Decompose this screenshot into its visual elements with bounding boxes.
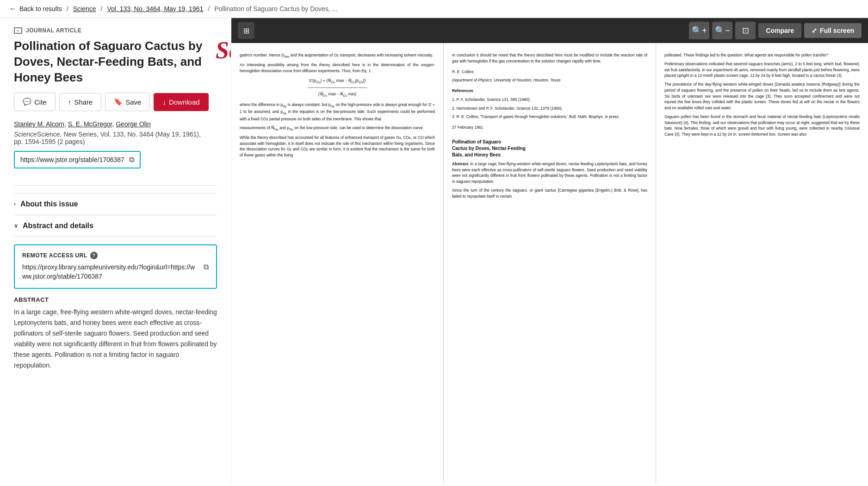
doc-para-5: While the theory described has accounted… bbox=[240, 135, 435, 158]
remote-access-label: REMOTE ACCESS URL ? bbox=[22, 252, 209, 259]
citation-details: Science, New Series, Vol. 133, No. 3464 … bbox=[14, 131, 201, 145]
action-buttons-row: 💬 Cite ↑ Share 🔖 Save ↓ bbox=[14, 93, 209, 111]
citation-info: ScienceScience, New Series, Vol. 133, No… bbox=[14, 131, 209, 145]
zoom-in-icon: 🔍+ bbox=[692, 25, 707, 36]
copy-url-icon[interactable]: ⧉ bbox=[129, 156, 134, 164]
left-panel: ≡ JOURNAL ARTICLE Pollination of Saguaro… bbox=[0, 18, 231, 483]
doc-col2-abstract: Abstract. In a large cage, free-flying w… bbox=[452, 161, 647, 185]
abstract-section: ABSTRACT In a large cage, free-flying we… bbox=[14, 296, 217, 371]
document-content: gadro's number. Hence DHm and the augmen… bbox=[231, 43, 868, 483]
doc-col2-author: R. E. Collins bbox=[452, 69, 647, 75]
url-box: https://www.jstor.org/stable/1706387 ⧉ bbox=[14, 151, 141, 168]
document-viewer: ⊞ 🔍+ 🔍− ⊡ Compare ⤢ Full screen bbox=[231, 18, 868, 483]
download-label: Download bbox=[169, 98, 200, 106]
breadcrumb-volume[interactable]: Vol. 133, No. 3464, May 19, 1961 bbox=[107, 5, 203, 12]
title-meta-section: Pollination of Saguaro Cactus by Doves, … bbox=[14, 38, 209, 178]
share-button[interactable]: ↑ Share bbox=[59, 93, 102, 111]
article-title: Pollination of Saguaro Cactus by Doves, … bbox=[14, 38, 209, 85]
doc-col3-para-1: pollinated. These findings led to the qu… bbox=[664, 52, 860, 58]
chevron-right-icon: › bbox=[14, 201, 16, 207]
document-column-2: In conclusion it should be noted that th… bbox=[444, 43, 656, 483]
doc-col2-ref-3: 3. R. E. Collins, 'Transport of gases th… bbox=[452, 114, 647, 120]
doc-para-2: An interesting possibility arising from … bbox=[240, 62, 435, 74]
zoom-out-button[interactable]: 🔍− bbox=[712, 22, 732, 39]
doc-para-4: measurements of ṄO₂ and pO₂ on the low-p… bbox=[240, 125, 435, 132]
fullscreen-icon: ⤢ bbox=[812, 27, 817, 34]
share-icon: ↑ bbox=[68, 98, 72, 106]
breadcrumb-science[interactable]: Science bbox=[73, 5, 96, 12]
doc-col2-body: Since the turn of the century the saguar… bbox=[452, 187, 647, 199]
doc-col2-affil: Department of Physics, University of Hou… bbox=[452, 77, 647, 83]
breadcrumb-separator-1: / bbox=[67, 5, 68, 12]
doc-formula: S'(pO₂) = (ṄO₂ max - ṄO₂(pO₂))──────────… bbox=[240, 78, 435, 98]
breadcrumb-separator-3: / bbox=[208, 5, 210, 12]
abstract-details-toggle[interactable]: ∨ Abstract and details bbox=[14, 215, 217, 237]
document-column-3: pollinated. These findings led to the qu… bbox=[656, 43, 868, 483]
copy-remote-url-icon[interactable]: ⧉ bbox=[204, 263, 209, 271]
save-button[interactable]: 🔖 Save bbox=[105, 93, 150, 111]
remote-url-row: https://proxy.library.sampleuniversity.e… bbox=[22, 263, 209, 281]
abstract-details-section: ∨ Abstract and details bbox=[14, 215, 217, 237]
viewer-toolbar: ⊞ 🔍+ 🔍− ⊡ Compare ⤢ Full screen bbox=[231, 18, 868, 43]
breadcrumb-separator-2: / bbox=[101, 5, 103, 12]
compare-button[interactable]: Compare bbox=[758, 23, 801, 38]
fit-page-button[interactable]: ⊡ bbox=[735, 22, 756, 39]
author-3[interactable]: George Olin bbox=[116, 120, 150, 128]
doc-col3-para-2: Preliminary observations indicated that … bbox=[664, 61, 860, 79]
top-navigation: ← Back to results / Science / Vol. 133, … bbox=[0, 0, 868, 18]
save-label: Save bbox=[125, 98, 141, 106]
back-arrow-icon: ← bbox=[9, 5, 17, 13]
doc-col2-refs-header: References bbox=[452, 88, 647, 94]
help-icon[interactable]: ? bbox=[90, 252, 98, 259]
abstract-text: In a large cage, free-flying western whi… bbox=[14, 307, 217, 371]
cite-label: Cite bbox=[34, 98, 47, 106]
abstract-details-label: Abstract and details bbox=[23, 222, 93, 230]
about-issue-section: › About this issue bbox=[14, 193, 217, 215]
breadcrumb-current: Pollination of Saguaro Cactus by Doves, … bbox=[214, 5, 337, 12]
back-to-results-label: Back to results bbox=[19, 5, 62, 12]
remote-access-url: https://proxy.library.sampleuniversity.e… bbox=[22, 263, 199, 281]
divider-1 bbox=[14, 185, 217, 186]
doc-col2-para-1: In conclusion it should be noted that th… bbox=[452, 52, 647, 64]
main-layout: ≡ JOURNAL ARTICLE Pollination of Saguaro… bbox=[0, 18, 868, 483]
share-label: Share bbox=[74, 98, 93, 106]
journal-article-icon: ≡ bbox=[14, 27, 22, 34]
author-2[interactable]: S. E. McGregor bbox=[68, 120, 112, 128]
compare-label: Compare bbox=[766, 27, 794, 34]
science-logo-area: Science 🔷 AAAS bbox=[218, 38, 231, 75]
article-url: https://www.jstor.org/stable/1706387 bbox=[20, 156, 124, 163]
save-icon: 🔖 bbox=[114, 98, 123, 106]
doc-para-3: where the difference in pO₂ is always co… bbox=[240, 102, 435, 122]
fullscreen-label: Full screen bbox=[820, 27, 854, 34]
authors: Stanley M. Alcorn, S. E. McGregor, Georg… bbox=[14, 120, 209, 128]
article-type: ≡ JOURNAL ARTICLE bbox=[14, 27, 217, 34]
download-button[interactable]: ↓ Download bbox=[154, 93, 208, 111]
chevron-down-icon: ∨ bbox=[14, 223, 18, 229]
doc-para-1: gadro's number. Hence DHm and the augmen… bbox=[240, 52, 435, 59]
abstract-label: ABSTRACT bbox=[14, 296, 217, 303]
remote-access-box: REMOTE ACCESS URL ? https://proxy.librar… bbox=[14, 244, 217, 288]
doc-col2-ref-2: 2. Hemminsen and P. F. Scholander, Scien… bbox=[452, 106, 647, 112]
doc-col3-para-3: The prevalence of the day-flying western… bbox=[664, 81, 860, 111]
header-row: Pollination of Saguaro Cactus by Doves, … bbox=[14, 38, 217, 178]
fit-icon: ⊡ bbox=[742, 25, 749, 36]
grid-view-button[interactable]: ⊞ bbox=[238, 22, 254, 39]
grid-icon: ⊞ bbox=[243, 26, 249, 35]
about-issue-toggle[interactable]: › About this issue bbox=[14, 193, 217, 215]
about-issue-label: About this issue bbox=[20, 200, 78, 208]
back-to-results-link[interactable]: ← Back to results bbox=[9, 5, 62, 13]
remote-access-title: REMOTE ACCESS URL bbox=[22, 252, 87, 259]
author-1[interactable]: Stanley M. Alcorn bbox=[14, 120, 64, 128]
zoom-in-button[interactable]: 🔍+ bbox=[689, 22, 709, 39]
doc-saguaro-title: Pollination of SaguaroCactus by Doves, N… bbox=[452, 139, 647, 158]
cite-button[interactable]: 💬 Cite bbox=[14, 93, 56, 111]
article-type-label: JOURNAL ARTICLE bbox=[26, 27, 81, 34]
doc-col2-date: 27 February 1961 bbox=[452, 125, 647, 131]
doc-col3-para-4: Saguaro pollen has been found in the sto… bbox=[664, 114, 860, 137]
cite-icon: 💬 bbox=[23, 98, 31, 106]
doc-col2-ref-1: 1. P. F. Scholander, Science 131, 585 (1… bbox=[452, 97, 647, 103]
download-icon: ↓ bbox=[162, 98, 166, 106]
zoom-out-icon: 🔍− bbox=[715, 25, 730, 36]
document-column-1: gadro's number. Hence DHm and the augmen… bbox=[231, 43, 444, 483]
fullscreen-button[interactable]: ⤢ Full screen bbox=[804, 23, 862, 38]
